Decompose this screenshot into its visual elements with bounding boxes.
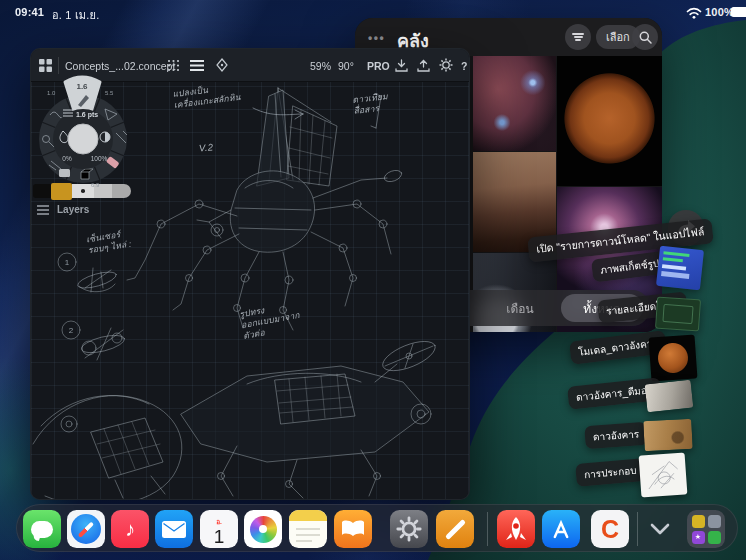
calendar-weekday: อ. [216, 517, 222, 527]
photos-flower-icon [250, 516, 277, 543]
settings-gears-icon [395, 515, 423, 543]
mech-top-sketch [127, 88, 403, 330]
palette-card-icon [59, 169, 70, 177]
filter-button[interactable] [565, 24, 591, 50]
concepts-window: 1 2 [30, 48, 470, 500]
dock-app-photos[interactable] [244, 510, 282, 548]
photo-horsehead-nebula[interactable] [473, 56, 556, 151]
recent-app-tile-star: ★ [692, 531, 705, 544]
layers-label: Layers [57, 204, 89, 215]
file-thumb-assembly[interactable] [639, 452, 688, 497]
pen-icon [444, 518, 465, 539]
help-button[interactable]: ? [461, 49, 467, 82]
battery-icon [731, 7, 746, 17]
file-thumb-deimos[interactable] [645, 380, 694, 413]
dock-app-sketch-pen[interactable] [436, 510, 474, 548]
file-thumb-sticker[interactable] [656, 246, 704, 290]
dock-recents-group[interactable]: ★ [687, 510, 725, 548]
dock-app-messages[interactable] [23, 510, 61, 548]
settings-gear-icon[interactable] [439, 58, 453, 72]
dock-app-music[interactable]: ♪ [111, 510, 149, 548]
import-icon[interactable] [395, 59, 408, 72]
file-thumb-mars-model[interactable] [649, 334, 698, 381]
ring-size-large: 6.9 [91, 182, 100, 188]
svg-text:2: 2 [69, 326, 74, 335]
calendar-day: 1 [214, 527, 225, 546]
color-puck[interactable] [68, 124, 98, 154]
tab-months[interactable]: เดือน [485, 290, 555, 326]
wifi-icon [686, 7, 702, 19]
concepts-c-icon: C [601, 517, 619, 542]
dock-app-safari[interactable] [67, 510, 105, 548]
filter-icon [572, 32, 584, 43]
recent-app-tile [708, 515, 721, 528]
opacity-max: 100% [91, 155, 108, 162]
search-button[interactable] [632, 24, 658, 50]
notes-band [289, 510, 327, 521]
annotation-version: V.2 [198, 141, 213, 155]
annotation-satellite: ดาวเทียม สื่อสาร [352, 91, 390, 117]
opacity-min: 0% [62, 155, 72, 162]
file-label[interactable]: ดาวอังคาร [584, 422, 648, 449]
dock-app-settings[interactable] [390, 510, 428, 548]
search-icon [639, 31, 652, 44]
dock-app-books[interactable] [334, 510, 372, 548]
dock-app-concepts[interactable]: C [591, 510, 629, 548]
mail-envelope-icon [162, 521, 186, 538]
ring-size-small: 1.0 [47, 90, 56, 96]
safari-compass-icon [71, 514, 101, 544]
dock-app-calendar[interactable]: อ. 1 [200, 510, 238, 548]
ipad-screen: { "status_bar": { "time": "09:41", "date… [0, 0, 746, 560]
messages-bubble-icon [31, 521, 53, 538]
dock-app-appstore[interactable] [542, 510, 580, 548]
pen-nib-icon[interactable] [215, 58, 229, 73]
dock: ♪ อ. 1 [16, 504, 738, 552]
file-thumb-logo[interactable] [655, 297, 701, 332]
dock-divider [637, 512, 638, 546]
svg-text:1: 1 [65, 258, 70, 267]
thumbnail-sketches: 1 2 [58, 253, 126, 360]
battery-percent: 100% [705, 6, 734, 18]
pro-badge[interactable]: PRO [367, 49, 390, 82]
dock-app-rocket[interactable] [497, 510, 535, 548]
photo-mars-globe[interactable] [557, 56, 662, 186]
recents-grid: ★ [692, 515, 721, 544]
status-time: 09:41 [15, 6, 44, 18]
music-note-icon: ♪ [125, 519, 135, 539]
precision-grid-icon[interactable] [167, 59, 180, 72]
menu-stack-icon[interactable] [190, 60, 204, 71]
mech-partial-sketch [33, 395, 182, 500]
rotation-value[interactable]: 90° [338, 49, 354, 82]
dock-app-mail[interactable] [155, 510, 193, 548]
stroke-size-label: 1.6 pts [76, 111, 98, 119]
export-icon[interactable] [417, 59, 430, 72]
dock-collapse-chevron[interactable] [649, 521, 671, 537]
layers-button[interactable]: Layers [37, 204, 89, 215]
recent-app-tile [692, 515, 705, 528]
recent-app-tile [708, 531, 721, 544]
file-thumb-mars[interactable] [643, 419, 693, 451]
multitasking-dots[interactable]: ••• [368, 31, 385, 45]
layers-icon [37, 205, 49, 215]
dock-app-notes[interactable] [289, 510, 327, 548]
mech-bottom-sketch [181, 335, 439, 498]
selected-tool-size: 1.6 [76, 82, 88, 91]
books-icon [340, 518, 366, 540]
tool-wheel[interactable]: 1.6 1.0 5.5 6.9 1.6 pts 0% 100% [30, 71, 143, 203]
ring-size-medium: 5.5 [105, 90, 114, 96]
rocket-icon [501, 514, 531, 544]
dock-divider [487, 512, 488, 546]
status-date: อ. 1 เม.ย. [52, 6, 99, 24]
zoom-level[interactable]: 59% [310, 49, 331, 82]
appstore-icon [546, 514, 576, 544]
